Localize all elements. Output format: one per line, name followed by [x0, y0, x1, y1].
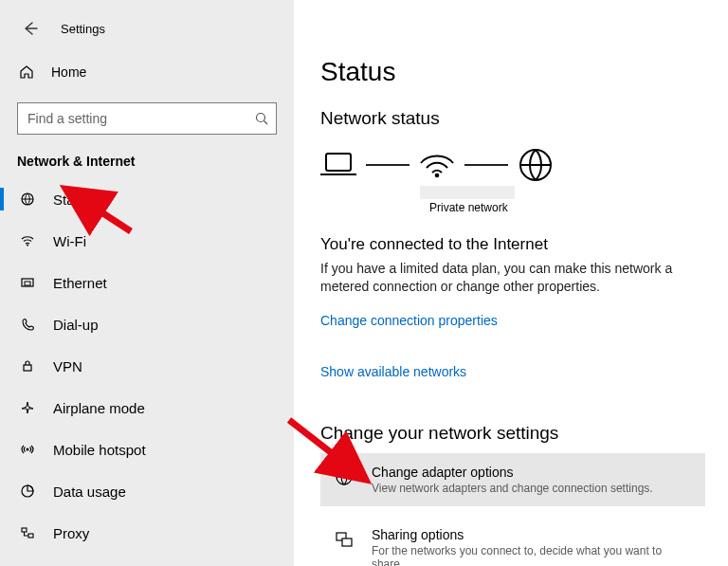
nav-vpn[interactable]: VPN	[0, 345, 294, 387]
svg-rect-4	[25, 282, 30, 285]
laptop-icon	[317, 148, 360, 182]
svg-rect-15	[342, 539, 352, 546]
link-connection-properties[interactable]: Change connection properties	[320, 313, 705, 328]
svg-rect-9	[28, 534, 33, 538]
datausage-icon	[19, 484, 36, 499]
nav-ethernet-label: Ethernet	[53, 275, 107, 291]
nav-home[interactable]: Home	[0, 53, 294, 91]
sidebar-section-title: Network & Internet	[17, 154, 294, 169]
search-input[interactable]	[17, 102, 277, 135]
status-icon	[19, 192, 36, 207]
nav-vpn-label: VPN	[53, 358, 82, 374]
back-arrow-icon	[22, 20, 39, 37]
sharing-icon	[334, 529, 356, 550]
airplane-icon	[19, 400, 36, 415]
connected-title: You're connected to the Internet	[320, 235, 705, 254]
option-adapter-title: Change adapter options	[372, 465, 653, 480]
back-button[interactable]	[19, 17, 42, 40]
app-title: Settings	[61, 22, 105, 36]
nav-airplane[interactable]: Airplane mode	[0, 387, 294, 429]
network-diagram	[317, 146, 705, 184]
svg-point-6	[27, 448, 29, 451]
option-adapter-desc: View network adapters and change connect…	[372, 482, 653, 495]
nav-wifi-label: Wi-Fi	[53, 233, 86, 249]
nav-hotspot[interactable]: Mobile hotspot	[0, 429, 294, 470]
svg-rect-8	[22, 528, 27, 532]
proxy-icon	[19, 525, 36, 540]
nav-datausage[interactable]: Data usage	[0, 470, 294, 512]
svg-rect-5	[24, 365, 31, 371]
wifi-icon	[19, 233, 36, 248]
nav-airplane-label: Airplane mode	[53, 400, 145, 416]
network-status-heading: Network status	[320, 108, 705, 129]
page-heading: Status	[320, 57, 705, 87]
connected-description: If you have a limited data plan, you can…	[320, 260, 700, 296]
svg-rect-10	[326, 154, 351, 171]
ethernet-icon	[19, 275, 36, 290]
nav-dialup[interactable]: Dial-up	[0, 303, 294, 345]
content-area: Status Network status Private network Yo…	[294, 0, 728, 566]
nav-datausage-label: Data usage	[53, 484, 126, 500]
nav-ethernet[interactable]: Ethernet	[0, 262, 294, 303]
option-sharing-desc: For the networks you connect to, decide …	[372, 544, 696, 566]
diagram-line	[464, 164, 508, 166]
nav-status[interactable]: Status	[0, 178, 294, 220]
dialup-icon	[19, 317, 36, 332]
svg-point-0	[257, 114, 265, 122]
nav-hotspot-label: Mobile hotspot	[53, 442, 146, 458]
hotspot-icon	[19, 442, 36, 457]
option-sharing-title: Sharing options	[372, 527, 696, 542]
nav-status-label: Status	[53, 192, 94, 208]
nav-proxy-label: Proxy	[53, 525, 89, 541]
change-settings-heading: Change your network settings	[320, 423, 705, 444]
svg-point-11	[435, 173, 440, 178]
vpn-icon	[19, 358, 36, 374]
diagram-line	[366, 164, 410, 166]
nav-wifi[interactable]: Wi-Fi	[0, 220, 294, 262]
option-sharing[interactable]: Sharing options For the networks you con…	[320, 516, 705, 566]
svg-point-2	[27, 245, 28, 246]
option-change-adapter[interactable]: Change adapter options View network adap…	[320, 453, 705, 506]
search-icon	[254, 111, 269, 126]
redacted-ssid	[420, 186, 515, 199]
nav-dialup-label: Dial-up	[53, 317, 99, 333]
wifi-signal-icon	[415, 148, 459, 182]
link-available-networks[interactable]: Show available networks	[320, 364, 705, 379]
globe-icon	[514, 146, 557, 184]
sidebar: Settings Home Network & Internet Status	[0, 0, 294, 566]
home-icon	[19, 64, 34, 80]
diagram-label: Private network	[320, 201, 705, 214]
adapter-icon	[334, 466, 356, 487]
nav-home-label: Home	[51, 64, 86, 80]
nav-proxy[interactable]: Proxy	[0, 512, 294, 554]
